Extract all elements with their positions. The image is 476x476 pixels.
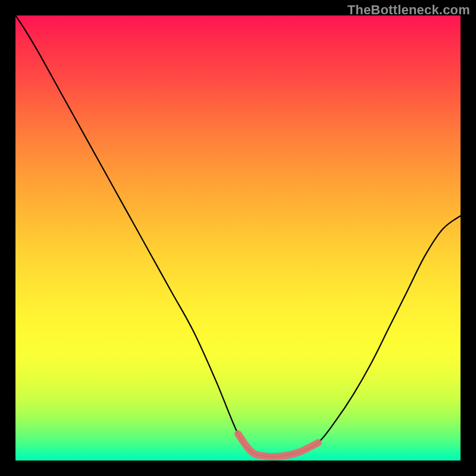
chart-stage: TheBottleneck.com <box>0 0 476 476</box>
plot-area <box>15 15 461 461</box>
heat-gradient <box>15 15 461 461</box>
watermark-text: TheBottleneck.com <box>347 2 470 18</box>
